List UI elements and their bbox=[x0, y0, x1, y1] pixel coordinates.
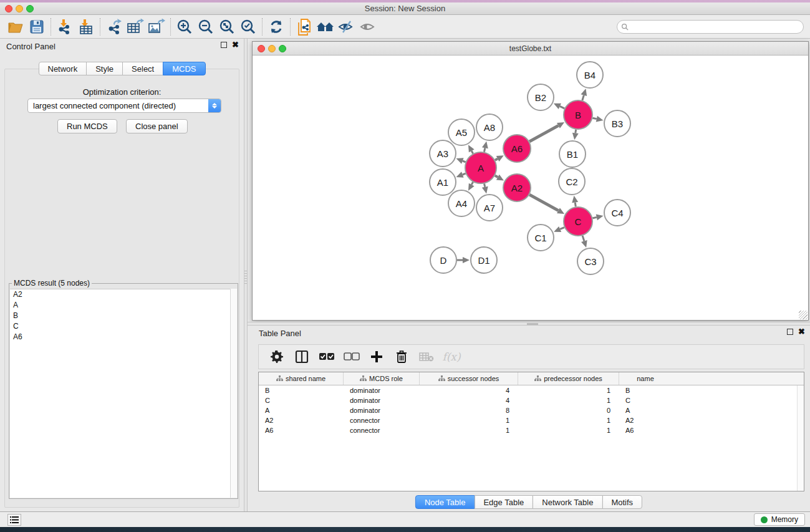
cell-shared-name: A6 bbox=[259, 427, 344, 434]
edge-B-B4[interactable] bbox=[582, 95, 584, 100]
edge-B-B3[interactable] bbox=[592, 118, 596, 118]
column-selector-icon[interactable] bbox=[292, 347, 311, 366]
result-item[interactable]: A6 bbox=[10, 332, 237, 342]
column-header-shared-name[interactable]: shared name bbox=[259, 372, 344, 385]
export-table-icon[interactable] bbox=[125, 17, 146, 36]
edge-A-A1[interactable] bbox=[463, 173, 466, 175]
memory-button[interactable]: Memory bbox=[754, 513, 805, 526]
column-header-successor-nodes[interactable]: successor nodes bbox=[420, 372, 518, 385]
select-all-icon[interactable] bbox=[317, 347, 336, 366]
network-window-titlebar[interactable]: testGlobe.txt bbox=[253, 42, 808, 56]
edge-A6-B[interactable] bbox=[529, 125, 558, 142]
search-field[interactable] bbox=[631, 22, 803, 31]
tab-node-table[interactable]: Node Table bbox=[415, 495, 475, 509]
search-input[interactable] bbox=[617, 20, 804, 34]
table-row[interactable]: Cdominator41C bbox=[259, 395, 804, 405]
import-table-icon[interactable] bbox=[75, 17, 97, 36]
tab-style[interactable]: Style bbox=[86, 62, 123, 75]
tab-network[interactable]: Network bbox=[38, 62, 87, 75]
edge-C-C4[interactable] bbox=[592, 217, 596, 218]
refresh-icon[interactable] bbox=[266, 17, 287, 36]
main-toolbar bbox=[0, 15, 810, 39]
hide-selected-icon[interactable] bbox=[336, 17, 357, 36]
edge-A2-C[interactable] bbox=[529, 195, 558, 211]
selected-criterion: largest connected component (directed) bbox=[28, 101, 208, 110]
edge-C-C2[interactable] bbox=[575, 203, 576, 207]
export-network-icon[interactable] bbox=[104, 17, 125, 36]
task-history-icon[interactable] bbox=[7, 514, 21, 526]
cell-predecessor-nodes: 1 bbox=[518, 417, 619, 424]
float-table-panel-icon[interactable] bbox=[787, 329, 793, 335]
table-row[interactable]: A6connector11A6 bbox=[259, 425, 804, 435]
result-scrollbar[interactable] bbox=[230, 289, 237, 498]
zoom-fit-icon[interactable] bbox=[216, 17, 238, 36]
column-header-MCDS-role[interactable]: MCDS role bbox=[344, 372, 420, 385]
edge-C-C1[interactable] bbox=[560, 228, 564, 230]
edge-A-A4[interactable] bbox=[471, 182, 473, 185]
column-header-predecessor-nodes[interactable]: predecessor nodes bbox=[518, 372, 619, 385]
node-table[interactable]: shared nameMCDS rolesuccessor nodesprede… bbox=[258, 372, 804, 491]
edge-B-B2[interactable] bbox=[560, 106, 564, 108]
settings-gear-icon[interactable] bbox=[268, 347, 286, 366]
deselect-all-icon[interactable] bbox=[342, 347, 361, 366]
run-mcds-button[interactable]: Run MCDS bbox=[57, 119, 117, 133]
network-graph[interactable]: B4B2BB3A5A8A6B1A3AA1C2A2A4A7CC4C1C3DD1 bbox=[253, 56, 808, 321]
tab-motifs[interactable]: Motifs bbox=[602, 495, 642, 509]
toolbar-separator bbox=[290, 18, 291, 36]
table-panel-header: Table Panel ✖ bbox=[248, 326, 810, 342]
splitter-grip[interactable] bbox=[527, 323, 538, 325]
show-all-icon[interactable] bbox=[357, 17, 378, 36]
zoom-in-icon[interactable] bbox=[174, 17, 195, 36]
window-resize-grip[interactable] bbox=[799, 311, 808, 319]
splitter-grip[interactable] bbox=[244, 271, 247, 284]
export-image-icon[interactable] bbox=[146, 17, 167, 36]
network-canvas[interactable]: B4B2BB3A5A8A6B1A3AA1C2A2A4A7CC4C1C3DD1 bbox=[253, 56, 808, 320]
edge-C-C3[interactable] bbox=[582, 236, 584, 241]
cell-successor-nodes: 1 bbox=[420, 417, 518, 424]
edge-A-A7[interactable] bbox=[485, 183, 485, 186]
tab-select[interactable]: Select bbox=[122, 62, 163, 75]
zoom-selected-icon[interactable] bbox=[238, 17, 259, 36]
node-label-A1: A1 bbox=[437, 177, 448, 188]
cell-predecessor-nodes: 1 bbox=[518, 397, 619, 404]
close-panel-button[interactable]: Close panel bbox=[126, 119, 188, 133]
result-item[interactable]: B bbox=[10, 311, 237, 321]
table-row[interactable]: Adominator80A bbox=[259, 405, 804, 415]
table-row[interactable]: A2connector11A2 bbox=[259, 415, 804, 425]
node-label-A7: A7 bbox=[484, 203, 495, 213]
home-view-icon[interactable] bbox=[315, 17, 336, 36]
edge-A-A6[interactable] bbox=[495, 158, 498, 160]
edge-A-A8[interactable] bbox=[484, 148, 485, 152]
tab-network-table[interactable]: Network Table bbox=[533, 495, 602, 509]
cell-shared-name: A2 bbox=[259, 417, 344, 424]
node-label-A2: A2 bbox=[511, 183, 523, 193]
tab-mcds[interactable]: MCDS bbox=[163, 62, 205, 75]
close-panel-icon[interactable]: ✖ bbox=[232, 42, 239, 48]
result-item[interactable]: A bbox=[10, 300, 237, 311]
node-label-C4: C4 bbox=[611, 208, 623, 218]
column-header-name[interactable]: name bbox=[619, 372, 672, 385]
open-file-icon[interactable] bbox=[5, 17, 26, 36]
edge-B-B1[interactable] bbox=[576, 130, 576, 133]
import-network-icon[interactable] bbox=[54, 17, 75, 36]
cell-successor-nodes: 8 bbox=[420, 407, 518, 414]
delete-column-icon[interactable] bbox=[392, 347, 411, 366]
tab-edge-table[interactable]: Edge Table bbox=[474, 495, 533, 509]
edge-A-A5[interactable] bbox=[471, 151, 473, 153]
cell-successor-nodes: 1 bbox=[420, 427, 518, 434]
close-table-panel-icon[interactable]: ✖ bbox=[798, 329, 805, 335]
table-row[interactable]: Bdominator41B bbox=[259, 385, 804, 395]
edge-A-A3[interactable] bbox=[463, 161, 466, 162]
clone-network-icon[interactable] bbox=[294, 17, 315, 36]
result-item[interactable]: C bbox=[10, 321, 237, 332]
edge-A-A2[interactable] bbox=[495, 176, 498, 178]
table-scrollbar[interactable] bbox=[797, 385, 804, 491]
add-column-icon[interactable] bbox=[367, 347, 386, 366]
control-panel-tabs: NetworkStyleSelectMCDS bbox=[38, 62, 205, 75]
mcds-result-list[interactable]: A2ABCA6 bbox=[10, 289, 237, 498]
save-session-icon[interactable] bbox=[26, 17, 47, 36]
zoom-out-icon[interactable] bbox=[195, 17, 216, 36]
float-panel-icon[interactable] bbox=[221, 42, 227, 48]
result-item[interactable]: A2 bbox=[10, 289, 237, 300]
optimization-criterion-select[interactable]: largest connected component (directed) bbox=[27, 99, 221, 113]
